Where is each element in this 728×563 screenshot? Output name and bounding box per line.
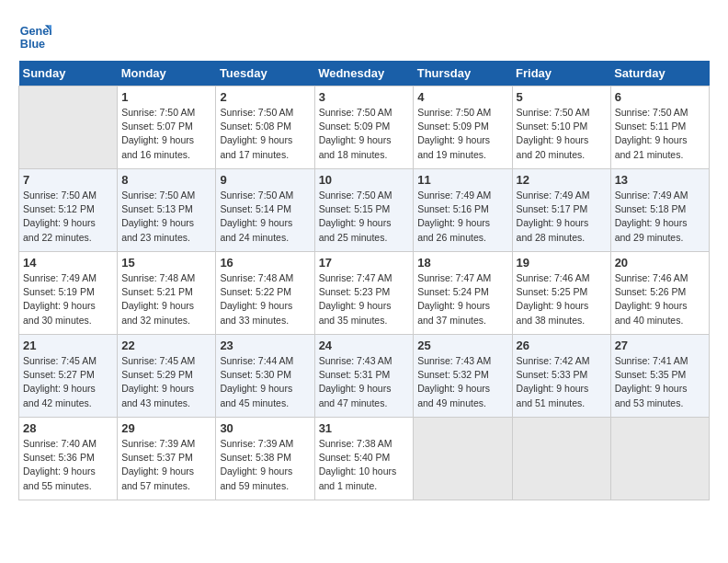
day-number: 10: [319, 173, 410, 187]
day-number: 3: [319, 90, 410, 104]
day-number: 11: [417, 173, 507, 187]
header-saturday: Saturday: [610, 61, 709, 86]
sunset-text: Sunset: 5:25 PM: [517, 286, 588, 297]
logo: General Blue: [18, 18, 55, 52]
sunset-text: Sunset: 5:27 PM: [23, 369, 95, 380]
sunset-text: Sunset: 5:12 PM: [23, 203, 95, 214]
sunset-text: Sunset: 5:08 PM: [220, 121, 291, 132]
daylight-text: Daylight: 9 hours and 32 minutes.: [121, 300, 194, 325]
daylight-text: Daylight: 9 hours and 16 minutes.: [121, 134, 194, 159]
day-number: 17: [319, 256, 410, 270]
calendar-cell: 18Sunrise: 7:47 AMSunset: 5:24 PMDayligh…: [414, 252, 512, 335]
daylight-text: Daylight: 9 hours and 59 minutes.: [220, 465, 292, 490]
calendar-cell: [512, 418, 610, 500]
day-number: 29: [121, 421, 211, 435]
calendar-week-row: 28Sunrise: 7:40 AMSunset: 5:36 PMDayligh…: [19, 418, 710, 500]
sunset-text: Sunset: 5:22 PM: [220, 286, 291, 297]
daylight-text: Daylight: 9 hours and 33 minutes.: [220, 300, 292, 325]
calendar-cell: 4Sunrise: 7:50 AMSunset: 5:09 PMDaylight…: [414, 86, 512, 169]
sunset-text: Sunset: 5:24 PM: [417, 286, 489, 297]
day-info: Sunrise: 7:50 AMSunset: 5:08 PMDaylight:…: [220, 106, 310, 162]
sunrise-text: Sunrise: 7:39 AM: [121, 438, 195, 449]
day-number: 6: [615, 90, 705, 104]
day-info: Sunrise: 7:49 AMSunset: 5:18 PMDaylight:…: [615, 189, 705, 245]
daylight-text: Daylight: 9 hours and 55 minutes.: [23, 465, 96, 490]
header-tuesday: Tuesday: [216, 61, 314, 86]
sunset-text: Sunset: 5:15 PM: [319, 203, 391, 214]
day-number: 12: [517, 173, 607, 187]
daylight-text: Daylight: 9 hours and 43 minutes.: [121, 383, 194, 408]
daylight-text: Daylight: 9 hours and 24 minutes.: [220, 217, 292, 242]
daylight-text: Daylight: 9 hours and 51 minutes.: [517, 383, 589, 408]
sunrise-text: Sunrise: 7:42 AM: [517, 355, 590, 366]
day-number: 27: [615, 339, 705, 352]
calendar-cell: 9Sunrise: 7:50 AMSunset: 5:14 PMDaylight…: [216, 169, 314, 252]
day-info: Sunrise: 7:50 AMSunset: 5:09 PMDaylight:…: [417, 106, 507, 162]
calendar-cell: 14Sunrise: 7:49 AMSunset: 5:19 PMDayligh…: [19, 252, 118, 335]
calendar-cell: 22Sunrise: 7:45 AMSunset: 5:29 PMDayligh…: [118, 335, 216, 418]
sunrise-text: Sunrise: 7:50 AM: [615, 107, 688, 118]
calendar-cell: 28Sunrise: 7:40 AMSunset: 5:36 PMDayligh…: [19, 418, 118, 500]
sunset-text: Sunset: 5:33 PM: [517, 369, 588, 380]
day-info: Sunrise: 7:50 AMSunset: 5:13 PMDaylight:…: [121, 189, 211, 245]
day-info: Sunrise: 7:48 AMSunset: 5:21 PMDaylight:…: [121, 271, 211, 327]
daylight-text: Daylight: 9 hours and 25 minutes.: [319, 217, 392, 242]
day-info: Sunrise: 7:50 AMSunset: 5:12 PMDaylight:…: [23, 189, 113, 245]
sunset-text: Sunset: 5:29 PM: [121, 369, 193, 380]
daylight-text: Daylight: 9 hours and 28 minutes.: [517, 217, 589, 242]
day-info: Sunrise: 7:45 AMSunset: 5:27 PMDaylight:…: [23, 354, 113, 410]
day-info: Sunrise: 7:46 AMSunset: 5:26 PMDaylight:…: [615, 271, 705, 327]
calendar-cell: [610, 418, 709, 500]
daylight-text: Daylight: 10 hours and 1 minute.: [319, 465, 397, 490]
sunset-text: Sunset: 5:40 PM: [319, 452, 391, 463]
day-number: 26: [517, 339, 607, 352]
sunrise-text: Sunrise: 7:47 AM: [319, 272, 392, 283]
calendar-cell: 3Sunrise: 7:50 AMSunset: 5:09 PMDaylight…: [314, 86, 414, 169]
daylight-text: Daylight: 9 hours and 30 minutes.: [23, 300, 96, 325]
sunset-text: Sunset: 5:17 PM: [517, 203, 588, 214]
day-info: Sunrise: 7:50 AMSunset: 5:10 PMDaylight:…: [517, 106, 607, 162]
calendar-cell: 7Sunrise: 7:50 AMSunset: 5:12 PMDaylight…: [19, 169, 118, 252]
sunrise-text: Sunrise: 7:47 AM: [417, 272, 491, 283]
day-number: 25: [417, 339, 507, 352]
sunset-text: Sunset: 5:11 PM: [615, 121, 687, 132]
calendar-cell: 21Sunrise: 7:45 AMSunset: 5:27 PMDayligh…: [19, 335, 118, 418]
sunset-text: Sunset: 5:31 PM: [319, 369, 391, 380]
calendar-cell: 20Sunrise: 7:46 AMSunset: 5:26 PMDayligh…: [610, 252, 709, 335]
daylight-text: Daylight: 9 hours and 38 minutes.: [517, 300, 589, 325]
daylight-text: Daylight: 9 hours and 22 minutes.: [23, 217, 96, 242]
sunrise-text: Sunrise: 7:50 AM: [319, 190, 392, 201]
sunrise-text: Sunrise: 7:49 AM: [517, 190, 590, 201]
day-number: 21: [23, 339, 113, 352]
calendar-cell: 1Sunrise: 7:50 AMSunset: 5:07 PMDaylight…: [118, 86, 216, 169]
calendar-header-row: SundayMondayTuesdayWednesdayThursdayFrid…: [19, 61, 710, 86]
day-info: Sunrise: 7:49 AMSunset: 5:19 PMDaylight:…: [23, 271, 113, 327]
calendar-cell: 27Sunrise: 7:41 AMSunset: 5:35 PMDayligh…: [610, 335, 709, 418]
sunrise-text: Sunrise: 7:50 AM: [220, 190, 293, 201]
sunset-text: Sunset: 5:30 PM: [220, 369, 291, 380]
day-number: 9: [220, 173, 310, 187]
sunrise-text: Sunrise: 7:50 AM: [417, 107, 491, 118]
calendar-cell: 26Sunrise: 7:42 AMSunset: 5:33 PMDayligh…: [512, 335, 610, 418]
sunset-text: Sunset: 5:13 PM: [121, 203, 193, 214]
sunrise-text: Sunrise: 7:43 AM: [417, 355, 491, 366]
calendar-cell: 15Sunrise: 7:48 AMSunset: 5:21 PMDayligh…: [118, 252, 216, 335]
day-number: 14: [23, 256, 113, 270]
sunset-text: Sunset: 5:38 PM: [220, 452, 291, 463]
daylight-text: Daylight: 9 hours and 18 minutes.: [319, 134, 392, 159]
sunrise-text: Sunrise: 7:49 AM: [615, 190, 688, 201]
day-info: Sunrise: 7:41 AMSunset: 5:35 PMDaylight:…: [615, 354, 705, 410]
calendar-cell: 25Sunrise: 7:43 AMSunset: 5:32 PMDayligh…: [414, 335, 512, 418]
day-number: 30: [220, 421, 310, 435]
day-info: Sunrise: 7:49 AMSunset: 5:17 PMDaylight:…: [517, 189, 607, 245]
sunrise-text: Sunrise: 7:40 AM: [23, 438, 97, 449]
day-number: 20: [615, 256, 705, 270]
sunrise-text: Sunrise: 7:50 AM: [319, 107, 392, 118]
day-info: Sunrise: 7:50 AMSunset: 5:09 PMDaylight:…: [319, 106, 410, 162]
sunrise-text: Sunrise: 7:50 AM: [220, 107, 293, 118]
day-info: Sunrise: 7:43 AMSunset: 5:31 PMDaylight:…: [319, 354, 410, 410]
calendar-cell: 8Sunrise: 7:50 AMSunset: 5:13 PMDaylight…: [118, 169, 216, 252]
calendar-cell: 31Sunrise: 7:38 AMSunset: 5:40 PMDayligh…: [314, 418, 414, 500]
daylight-text: Daylight: 9 hours and 17 minutes.: [220, 134, 292, 159]
daylight-text: Daylight: 9 hours and 47 minutes.: [319, 383, 392, 408]
